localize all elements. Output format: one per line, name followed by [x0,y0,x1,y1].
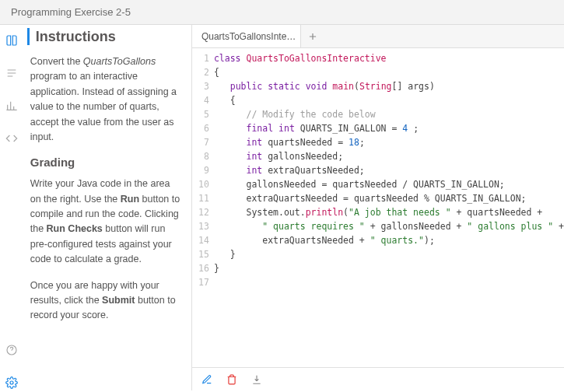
instructions-panel: Instructions Convert the QuartsToGallons… [24,25,191,390]
editor-bottombar [192,367,564,390]
help-icon[interactable] [4,342,19,358]
code-line[interactable]: class QuartsToGallonsInteractive [214,51,564,65]
editor-tabs: QuartsToGallonsInte… [192,25,564,48]
line-number: 6 [192,121,209,135]
left-iconbar [0,25,24,390]
line-number: 5 [192,107,209,121]
code-line[interactable] [214,275,564,289]
code-line[interactable]: System.out.println("A job that needs " +… [214,205,564,219]
main-layout: Instructions Convert the QuartsToGallons… [0,25,564,390]
settings-icon[interactable] [4,375,19,390]
trash-icon[interactable] [226,374,237,385]
line-number: 12 [192,205,209,219]
code-line[interactable]: final int QUARTS_IN_GALLON = 4 ; [214,121,564,135]
code-line[interactable]: int quartsNeeded = 18; [214,135,564,149]
code-line[interactable]: } [214,261,564,275]
code-area[interactable]: class QuartsToGallonsInteractive{ public… [214,51,564,367]
instructions-para-1: Convert the QuartsToGallons program to a… [27,54,180,145]
line-number: 3 [192,79,209,93]
line-number: 15 [192,247,209,261]
line-number: 13 [192,219,209,233]
line-number: 7 [192,135,209,149]
code-line[interactable]: " quarts requires " + gallonsNeeded + " … [214,219,564,233]
tab-active[interactable]: QuartsToGallonsInte… [192,25,301,47]
line-number: 14 [192,233,209,247]
code-line[interactable]: { [214,93,564,107]
exercise-title: Programming Exercise 2-5 [11,6,131,18]
line-number: 10 [192,177,209,191]
code-editor[interactable]: 1234567891011121314151617 class QuartsTo… [192,48,564,367]
download-icon[interactable] [251,374,262,385]
code-line[interactable]: public static void main(String[] args) [214,79,564,93]
code-line[interactable]: extraQuartsNeeded = quartsNeeded % QUART… [214,191,564,205]
line-number: 16 [192,261,209,275]
line-number: 8 [192,149,209,163]
chart-icon[interactable] [4,98,19,114]
title-accent [27,28,30,45]
line-number: 1 [192,51,209,65]
code-line[interactable]: // Modify the code below [214,107,564,121]
editor-panel: QuartsToGallonsInte… 1234567891011121314… [191,25,564,390]
line-number: 4 [192,93,209,107]
instructions-para-2: Write your Java code in the area on the … [27,177,180,267]
book-icon[interactable] [4,33,19,48]
line-number: 17 [192,275,209,289]
line-number: 9 [192,163,209,177]
code-line[interactable]: } [214,247,564,261]
exercise-header: Programming Exercise 2-5 [0,0,564,25]
code-line[interactable]: gallonsNeeded = quartsNeeded / QUARTS_IN… [214,177,564,191]
code-line[interactable]: int gallonsNeeded; [214,149,564,163]
line-number: 11 [192,191,209,205]
code-icon[interactable] [4,131,19,146]
edit-icon[interactable] [201,374,212,385]
code-line[interactable]: extraQuartsNeeded + " quarts."); [214,233,564,247]
line-number: 2 [192,65,209,79]
svg-point-1 [10,381,13,384]
instructions-title: Instructions [36,29,116,45]
code-line[interactable]: int extraQuartsNeeded; [214,163,564,177]
line-gutter: 1234567891011121314151617 [192,51,214,367]
code-line[interactable]: { [214,65,564,79]
tab-add-button[interactable] [301,25,324,47]
list-icon[interactable] [4,65,19,81]
instructions-para-3: Once you are happy with your results, cl… [27,278,180,324]
grading-heading: Grading [27,156,180,169]
